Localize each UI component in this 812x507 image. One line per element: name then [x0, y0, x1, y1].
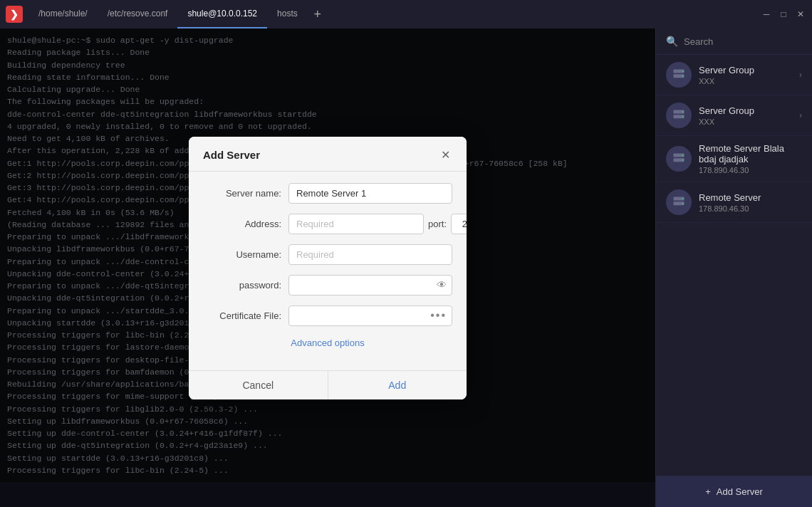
certificate-row: Certificate File: •••	[203, 305, 452, 326]
server-info: Server Group XXX	[699, 105, 792, 126]
server-name: Remote Server	[699, 192, 802, 203]
certificate-menu-button[interactable]: •••	[430, 309, 447, 322]
port-input[interactable]	[451, 214, 467, 234]
close-button[interactable]: ✕	[795, 9, 806, 20]
avatar	[666, 146, 692, 172]
modal-overlay: Add Server ✕ Server name: Address: por	[0, 28, 655, 507]
list-item[interactable]: Server Group XXX ›	[656, 55, 812, 95]
server-info: Remote Server Blala bdaj djadjak 178.890…	[699, 143, 802, 174]
certificate-input[interactable]	[288, 305, 452, 326]
server-info: Server Group XXX	[699, 65, 792, 85]
svg-point-3	[682, 75, 685, 77]
list-item[interactable]: Server Group XXX ›	[656, 95, 812, 136]
titlebar: ❯ /home/shule/ /etc/resove.conf shule@10…	[0, 0, 812, 28]
add-icon: +	[705, 486, 711, 497]
server-name-row: Server name:	[203, 183, 452, 204]
app-logo: ❯	[6, 6, 23, 23]
server-sub: XXX	[699, 117, 792, 126]
password-row: password: 👁	[203, 275, 452, 296]
server-sub: 178.890.46.30	[699, 166, 802, 174]
avatar	[666, 62, 692, 88]
certificate-wrap: •••	[288, 305, 452, 326]
modal-header: Add Server ✕	[189, 137, 467, 172]
add-server-label: Add Server	[717, 486, 763, 497]
server-name: Server Group	[699, 105, 792, 116]
search-icon: 🔍	[666, 36, 678, 47]
password-wrap: 👁	[288, 275, 452, 296]
svg-point-15	[682, 202, 685, 204]
main-area: shule@shule-pc:~$ sudo apt-get -y dist-u…	[0, 28, 812, 507]
server-name-label: Server name:	[203, 188, 281, 199]
maximize-button[interactable]: □	[778, 9, 789, 20]
svg-point-11	[682, 159, 685, 161]
server-sub: XXX	[699, 77, 792, 85]
modal-close-button[interactable]: ✕	[438, 148, 452, 162]
username-row: Username:	[203, 244, 452, 265]
svg-point-14	[682, 198, 685, 200]
tabs-area: /home/shule/ /etc/resove.conf shule@10.0…	[28, 0, 761, 28]
list-item[interactable]: Remote Server Blala bdaj djadjak 178.890…	[656, 136, 812, 182]
server-name: Server Group	[699, 65, 792, 75]
add-server-button[interactable]: + Add Server	[656, 476, 812, 507]
minimize-button[interactable]: ─	[761, 9, 772, 20]
username-input[interactable]	[288, 244, 452, 265]
username-label: Username:	[203, 249, 281, 260]
address-port-group: port: + −	[288, 214, 467, 234]
modal-footer: Cancel Add	[189, 370, 467, 399]
cancel-button[interactable]: Cancel	[189, 371, 328, 399]
server-name-input[interactable]	[288, 183, 452, 204]
tab-home[interactable]: /home/shule/	[28, 0, 98, 28]
svg-point-2	[682, 70, 685, 73]
address-row: Address: port: + −	[203, 214, 452, 234]
search-text: Search	[684, 36, 713, 47]
port-label: port:	[428, 219, 447, 229]
server-list: Server Group XXX › Server Group	[656, 55, 812, 476]
modal-title: Add Server	[203, 149, 260, 161]
avatar	[666, 103, 692, 128]
address-input[interactable]	[288, 214, 424, 234]
password-label: password:	[203, 280, 281, 291]
server-sub: 178.890.46.30	[699, 204, 802, 213]
list-item[interactable]: Remote Server 178.890.46.30	[656, 182, 812, 223]
chevron-right-icon: ›	[799, 110, 802, 120]
modal-body: Server name: Address: port: + −	[189, 172, 467, 370]
add-button[interactable]: Add	[328, 371, 467, 399]
address-label: Address:	[203, 219, 281, 229]
svg-point-6	[682, 111, 685, 113]
certificate-label: Certificate File:	[203, 310, 281, 321]
avatar	[666, 189, 692, 215]
tab-resove[interactable]: /etc/resove.conf	[98, 0, 178, 28]
advanced-options-section: Advanced options	[203, 336, 452, 349]
server-info: Remote Server 178.890.46.30	[699, 192, 802, 213]
advanced-options-link[interactable]: Advanced options	[291, 338, 364, 348]
chevron-right-icon: ›	[799, 70, 802, 80]
add-tab-button[interactable]: +	[308, 4, 328, 24]
add-server-modal: Add Server ✕ Server name: Address: por	[189, 137, 467, 399]
sidebar-search[interactable]: 🔍 Search	[656, 28, 812, 55]
server-name: Remote Server Blala bdaj djadjak	[699, 143, 802, 164]
svg-point-10	[682, 155, 685, 157]
sidebar: 🔍 Search Server Group XXX	[655, 28, 812, 507]
tab-ssh[interactable]: shule@10.0.0.152	[177, 0, 267, 28]
tab-hosts[interactable]: hosts	[267, 0, 308, 28]
svg-point-7	[682, 115, 685, 117]
window-controls: ─ □ ✕	[761, 9, 806, 20]
password-visibility-toggle[interactable]: 👁	[437, 279, 447, 291]
password-input[interactable]	[288, 275, 452, 296]
